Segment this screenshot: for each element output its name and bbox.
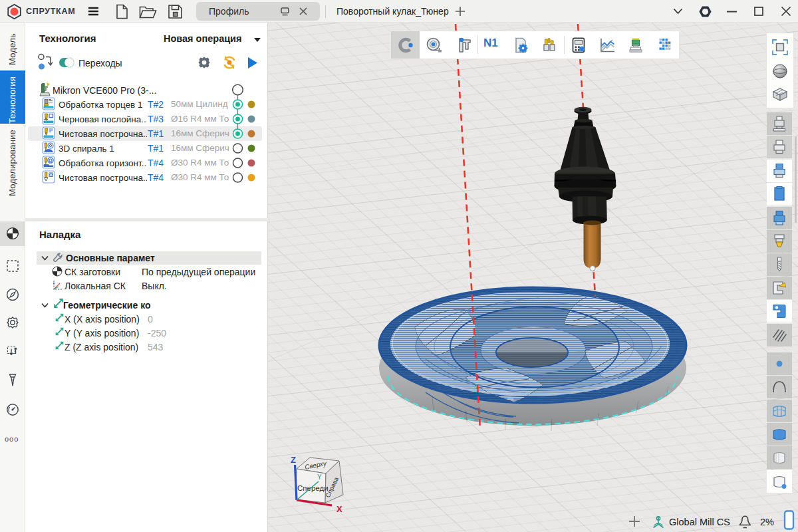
svg-text:Z: Z	[291, 455, 296, 465]
svg-text:Спереди: Спереди	[297, 484, 329, 492]
svg-text:Y: Y	[317, 473, 322, 481]
svg-text:Global Mill CS: Global Mill CS	[669, 517, 730, 527]
svg-text:X: X	[336, 504, 342, 514]
svg-text:2%: 2%	[760, 517, 774, 527]
